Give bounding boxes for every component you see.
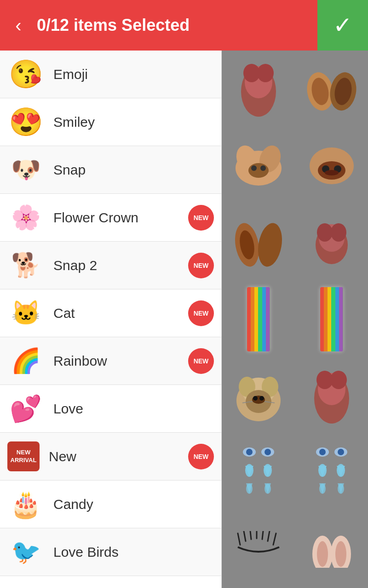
svg-line-69 — [268, 531, 270, 541]
eyelash-svg — [236, 531, 282, 568]
tongue2-svg — [309, 220, 355, 266]
list-item[interactable]: NEWARRIVAL New NEW — [0, 433, 221, 481]
candy-icon: 🎂 — [7, 486, 44, 523]
svg-point-18 — [325, 170, 339, 175]
preview-cell — [295, 511, 368, 588]
preview-cell — [222, 281, 295, 357]
ear-svg — [306, 66, 357, 112]
svg-line-68 — [262, 531, 263, 539]
back-button[interactable]: ‹ — [0, 15, 37, 36]
item-label: Smiley — [53, 114, 214, 130]
emoji-icon: 😘 — [7, 56, 44, 93]
svg-point-39 — [330, 371, 347, 389]
list-item[interactable]: 🌸 Flower Crown NEW — [0, 194, 221, 242]
svg-point-41 — [246, 449, 253, 455]
preview-cell — [295, 204, 368, 281]
svg-point-59 — [338, 449, 344, 455]
item-label: Snap 2 — [53, 258, 188, 273]
item-label: Rainbow — [53, 353, 188, 369]
tears-right-svg — [313, 443, 350, 503]
item-label: Love Birds — [53, 544, 214, 560]
rainbow-bar — [247, 287, 270, 351]
preview-cell — [222, 511, 295, 588]
preview-cell — [222, 51, 295, 127]
item-label: Emoji — [53, 67, 214, 82]
svg-point-47 — [264, 449, 271, 455]
svg-point-13 — [260, 165, 266, 171]
svg-point-24 — [317, 223, 333, 242]
list-item[interactable]: 😍 Smiley — [0, 98, 221, 146]
list-item[interactable]: 🎂 Candy — [0, 481, 221, 528]
svg-point-12 — [251, 165, 257, 171]
main-content: 😘 Emoji 😍 Smiley 🐶 Snap 🌸 Flower Crown N… — [0, 51, 368, 588]
back-icon: ‹ — [15, 15, 21, 36]
dog-ear-left-svg — [233, 145, 284, 187]
fluffy-dog-svg — [233, 368, 284, 424]
svg-point-3 — [257, 64, 274, 82]
new-badge: NEW — [188, 205, 214, 231]
confirm-button[interactable]: ✓ — [317, 0, 368, 51]
cat-icon: 🐱 — [7, 295, 44, 332]
list-item[interactable]: 💕 Love — [0, 385, 221, 433]
svg-point-73 — [317, 541, 328, 567]
rainbow-icon: 🌈 — [7, 343, 44, 379]
preview-cell — [222, 358, 295, 435]
svg-point-25 — [331, 223, 346, 242]
preview-panel — [222, 51, 368, 588]
flower-crown-icon: 🌸 — [7, 199, 44, 236]
rainbow-bar-2 — [320, 287, 343, 351]
preview-cell — [295, 281, 368, 357]
svg-point-74 — [335, 541, 346, 567]
svg-line-64 — [238, 533, 240, 545]
list-item[interactable]: 🐦 Love Birds — [0, 528, 221, 576]
svg-line-65 — [244, 531, 246, 541]
new-badge: NEW — [188, 300, 214, 326]
svg-line-66 — [250, 531, 251, 539]
love-birds-icon: 🐦 — [7, 534, 44, 571]
header-title: 0/12 items Selected — [37, 16, 317, 35]
svg-point-32 — [253, 396, 258, 401]
bunny-ear-svg — [309, 531, 355, 568]
tears-left-svg — [240, 443, 277, 503]
list-item[interactable]: 🐕 Snap 2 NEW — [0, 242, 221, 289]
preview-cell — [222, 204, 295, 281]
list-item[interactable]: 😘 Emoji — [0, 51, 221, 98]
preview-cell — [222, 435, 295, 511]
dog-nose-svg — [306, 145, 357, 187]
svg-point-33 — [259, 396, 264, 401]
preview-cell — [222, 127, 295, 204]
item-label: Candy — [53, 497, 214, 512]
svg-line-70 — [273, 533, 276, 545]
list-item[interactable]: 🐶 Snap — [0, 146, 221, 194]
new-arrival-icon: NEWARRIVAL — [7, 441, 40, 471]
check-icon: ✓ — [333, 12, 352, 39]
item-label: Cat — [53, 305, 188, 321]
smiley-icon: 😍 — [7, 104, 44, 141]
new-badge: NEW — [188, 253, 214, 278]
love-icon: 💕 — [7, 390, 44, 427]
list-item[interactable]: 🐱 Cat NEW — [0, 289, 221, 337]
filter-list: 😘 Emoji 😍 Smiley 🐶 Snap 🌸 Flower Crown N… — [0, 51, 222, 588]
svg-point-20 — [255, 221, 284, 268]
snap2-icon: 🐕 — [7, 247, 44, 284]
svg-point-11 — [248, 163, 269, 178]
preview-cell — [295, 127, 368, 204]
tongue-svg — [238, 59, 279, 119]
list-item[interactable]: 🌈 Rainbow NEW — [0, 337, 221, 385]
snap-icon: 🐶 — [7, 152, 44, 188]
preview-cell — [295, 435, 368, 511]
svg-point-53 — [319, 449, 326, 455]
preview-cell — [295, 51, 368, 127]
new-badge: NEW — [188, 444, 214, 469]
item-label: Snap — [53, 162, 214, 178]
tongue3-svg — [311, 366, 352, 426]
item-label: Flower Crown — [53, 210, 188, 226]
header: ‹ 0/12 items Selected ✓ — [0, 0, 368, 51]
item-label: Love — [53, 401, 214, 417]
preview-cell — [295, 358, 368, 435]
new-badge: NEW — [188, 348, 214, 374]
item-label: New — [49, 449, 188, 464]
brown-ear-left-svg — [233, 217, 284, 268]
